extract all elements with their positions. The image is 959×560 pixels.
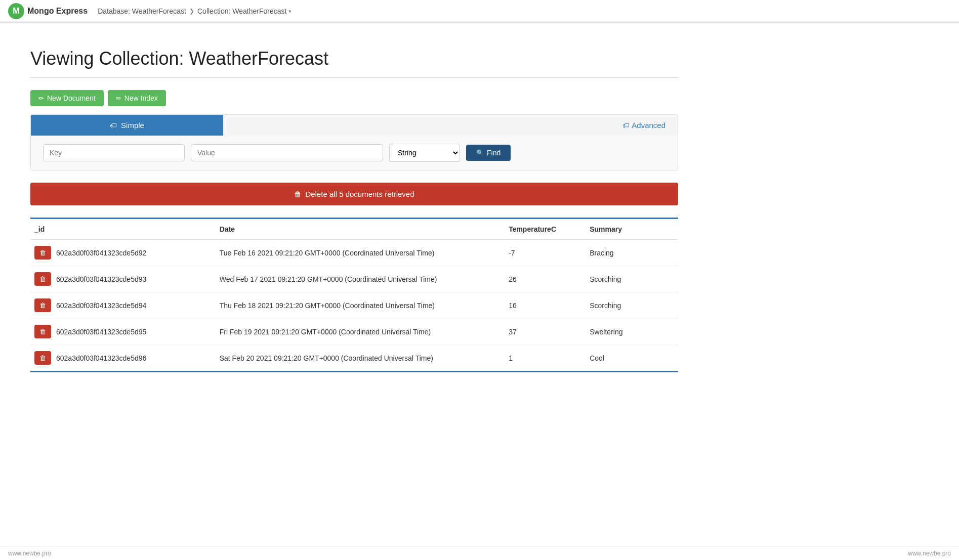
find-button-label: Find xyxy=(487,149,501,157)
trash-icon-row-2: 🗑 xyxy=(39,301,46,309)
delete-all-label: Delete all 5 documents retrieved xyxy=(305,190,414,198)
new-document-button[interactable]: ✏ New Document xyxy=(30,90,104,106)
row-id-4: 602a3d0f03f041323cde5d96 xyxy=(56,354,146,362)
simple-tab[interactable]: 🏷 Simple xyxy=(31,115,223,136)
row-summary-1: Scorching xyxy=(586,266,678,292)
title-divider xyxy=(30,77,678,78)
search-panel: 🏷 Simple 🏷 Advanced StringNumberBooleanO… xyxy=(30,114,678,170)
delete-row-button-0[interactable]: 🗑 xyxy=(34,246,51,260)
action-buttons: ✏ New Document ✏ New Index xyxy=(30,90,678,106)
col-header-temp: TemperatureC xyxy=(505,219,586,240)
row-date-4: Sat Feb 20 2021 09:21:20 GMT+0000 (Coord… xyxy=(216,345,505,372)
delete-all-bar[interactable]: 🗑 Delete all 5 documents retrieved xyxy=(30,183,678,205)
col-header-id: _id xyxy=(30,219,216,240)
trash-icon-delete-all: 🗑 xyxy=(294,190,301,198)
table-row: 🗑 602a3d0f03f041323cde5d96 Sat Feb 20 20… xyxy=(30,345,678,372)
search-body: StringNumberBooleanObjectArrayNullObject… xyxy=(31,136,678,170)
trash-icon-row-3: 🗑 xyxy=(39,328,46,335)
table-row: 🗑 602a3d0f03f041323cde5d92 Tue Feb 16 20… xyxy=(30,240,678,266)
delete-row-button-4[interactable]: 🗑 xyxy=(34,351,51,365)
table-row: 🗑 602a3d0f03f041323cde5d93 Wed Feb 17 20… xyxy=(30,266,678,292)
delete-row-button-1[interactable]: 🗑 xyxy=(34,272,51,286)
row-date-0: Tue Feb 16 2021 09:21:20 GMT+0000 (Coord… xyxy=(216,240,505,266)
pencil-icon-new-doc: ✏ xyxy=(38,95,44,102)
trash-icon-row-1: 🗑 xyxy=(39,275,46,283)
table-header: _id Date TemperatureC Summary xyxy=(30,219,678,240)
row-summary-0: Bracing xyxy=(586,240,678,266)
collection-table: _id Date TemperatureC Summary 🗑 602a3d0f… xyxy=(30,218,678,372)
search-value-input[interactable] xyxy=(191,144,383,161)
row-temp-0: -7 xyxy=(505,240,586,266)
new-index-label: New Index xyxy=(124,94,158,102)
col-header-summary: Summary xyxy=(586,219,678,240)
new-document-label: New Document xyxy=(47,94,96,102)
row-summary-4: Cool xyxy=(586,345,678,372)
new-index-button[interactable]: ✏ New Index xyxy=(108,90,166,106)
row-temp-2: 16 xyxy=(505,292,586,319)
find-button[interactable]: 🔍 Find xyxy=(466,145,511,161)
delete-row-button-3[interactable]: 🗑 xyxy=(34,325,51,338)
table-row: 🗑 602a3d0f03f041323cde5d94 Thu Feb 18 20… xyxy=(30,292,678,319)
main-content: Viewing Collection: WeatherForecast ✏ Ne… xyxy=(0,23,708,393)
advanced-tab-label: Advanced xyxy=(632,121,665,130)
row-date-1: Wed Feb 17 2021 09:21:20 GMT+0000 (Coord… xyxy=(216,266,505,292)
pricetag-icon-advanced: 🏷 xyxy=(622,121,630,130)
breadcrumb-arrow-1: ❯ xyxy=(189,8,194,15)
row-date-2: Thu Feb 18 2021 09:21:20 GMT+0000 (Coord… xyxy=(216,292,505,319)
col-header-date: Date xyxy=(216,219,505,240)
delete-row-button-2[interactable]: 🗑 xyxy=(34,298,51,312)
row-temp-4: 1 xyxy=(505,345,586,372)
row-id-2: 602a3d0f03f041323cde5d94 xyxy=(56,301,146,310)
breadcrumb-collection[interactable]: Collection: WeatherForecast xyxy=(197,7,286,15)
row-temp-1: 26 xyxy=(505,266,586,292)
breadcrumb-database[interactable]: Database: WeatherForecast xyxy=(98,7,186,15)
row-summary-2: Scorching xyxy=(586,292,678,319)
search-icon: 🔍 xyxy=(476,149,484,156)
table-row: 🗑 602a3d0f03f041323cde5d95 Fri Feb 19 20… xyxy=(30,319,678,345)
search-type-select[interactable]: StringNumberBooleanObjectArrayNullObject… xyxy=(389,144,460,162)
topnav: M Mongo Express Database: WeatherForecas… xyxy=(0,0,959,23)
table-body: 🗑 602a3d0f03f041323cde5d92 Tue Feb 16 20… xyxy=(30,240,678,372)
row-temp-3: 37 xyxy=(505,319,586,345)
app-logo[interactable]: M xyxy=(8,3,24,19)
row-id-3: 602a3d0f03f041323cde5d95 xyxy=(56,328,146,336)
search-key-input[interactable] xyxy=(43,144,185,161)
simple-tab-label: Simple xyxy=(121,121,144,130)
search-tabs-row: 🏷 Simple 🏷 Advanced xyxy=(31,115,678,136)
trash-icon-row-4: 🗑 xyxy=(39,354,46,362)
row-summary-3: Sweltering xyxy=(586,319,678,345)
tag-icon: 🏷 xyxy=(110,121,117,130)
breadcrumb-dropdown-icon: ▾ xyxy=(288,8,291,15)
page-title: Viewing Collection: WeatherForecast xyxy=(30,48,678,69)
row-id-1: 602a3d0f03f041323cde5d93 xyxy=(56,275,146,283)
trash-icon-row-0: 🗑 xyxy=(39,249,46,256)
row-date-3: Fri Feb 19 2021 09:21:20 GMT+0000 (Coord… xyxy=(216,319,505,345)
row-id-0: 602a3d0f03f041323cde5d92 xyxy=(56,249,146,257)
advanced-tab[interactable]: 🏷 Advanced xyxy=(610,115,678,136)
pencil-icon-new-index: ✏ xyxy=(116,95,121,102)
app-brand: Mongo Express xyxy=(27,7,88,16)
